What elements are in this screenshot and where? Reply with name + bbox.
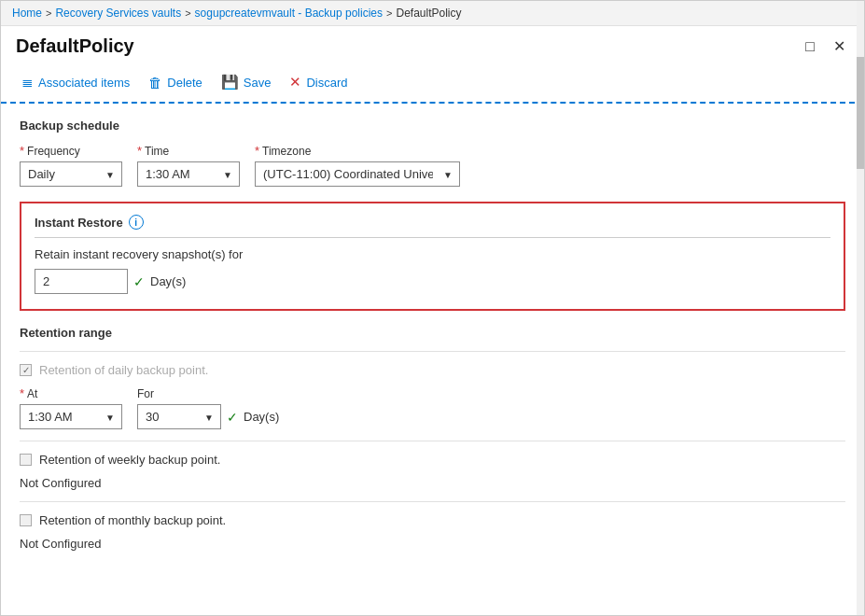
scrollbar-track (857, 1, 864, 615)
breadcrumb-sep2: > (185, 7, 190, 19)
daily-checkbox[interactable]: ✓ (20, 364, 32, 376)
time-label-text: Time (145, 145, 169, 158)
divider-2 (20, 441, 845, 441)
for-input-group: 30 7 14 60 90 ▼ ✓ Day(s) (137, 404, 279, 429)
at-select-wrapper: 1:30 AM ▼ (20, 404, 122, 429)
main-panel: Home > Recovery Services vaults > sogupc… (0, 0, 865, 616)
toolbar: ≣ Associated items 🗑 Delete 💾 Save ✕ Dis… (1, 64, 864, 104)
time-label: * Time (137, 144, 240, 158)
at-label: * At (20, 386, 122, 400)
scrollbar-thumb[interactable] (857, 57, 864, 169)
timezone-required: * (255, 144, 259, 158)
at-for-group: * At 1:30 AM ▼ For (20, 386, 845, 429)
frequency-required: * (20, 144, 24, 158)
monthly-checkbox-row: Retention of monthly backup point. (20, 513, 845, 527)
discard-icon: ✕ (289, 74, 301, 91)
for-days-label: Day(s) (244, 410, 279, 424)
time-select[interactable]: 1:30 AM 12:00 AM 12:30 AM (137, 161, 240, 187)
content-area: Backup schedule * Frequency Daily Weekly… (1, 104, 864, 615)
time-field: * Time 1:30 AM 12:00 AM 12:30 AM ▼ (137, 144, 240, 187)
breadcrumb-sep3: > (386, 7, 392, 19)
discard-button[interactable]: ✕ Discard (284, 70, 353, 94)
frequency-label: * Frequency (20, 144, 122, 158)
frequency-label-text: Frequency (27, 145, 80, 158)
frequency-select-wrapper: Daily Weekly ▼ (20, 161, 122, 187)
for-field: For 30 7 14 60 90 ▼ (137, 387, 279, 429)
associated-items-label: Associated items (38, 76, 130, 90)
weekly-checkbox-label: Retention of weekly backup point. (39, 453, 220, 467)
timezone-field: * Timezone (UTC-11:00) Coordinated Unive… (255, 144, 460, 187)
timezone-label-text: Timezone (262, 145, 311, 158)
at-label-text: At (27, 387, 37, 400)
days-input-group: ✓ Day(s) (35, 269, 830, 294)
associated-items-button[interactable]: ≣ Associated items (16, 70, 135, 94)
retention-range-title: Retention range (20, 326, 845, 340)
delete-button[interactable]: 🗑 Delete (143, 71, 208, 94)
breadcrumb-sep1: > (46, 7, 51, 19)
for-label: For (137, 387, 279, 400)
monthly-checkbox-label: Retention of monthly backup point. (39, 513, 226, 527)
weekly-checkbox-row: Retention of weekly backup point. (20, 453, 845, 467)
weekly-not-configured: Not Configured (20, 476, 845, 490)
instant-restore-info-icon[interactable]: i (129, 215, 144, 230)
delete-icon: 🗑 (148, 75, 162, 91)
save-label: Save (244, 76, 272, 90)
instant-restore-header: Instant Restore i (35, 215, 830, 238)
frequency-select[interactable]: Daily Weekly (20, 161, 122, 187)
discard-label: Discard (306, 76, 347, 90)
divider-1 (20, 351, 845, 352)
days-input[interactable] (35, 269, 128, 294)
at-required: * (20, 386, 24, 400)
frequency-field: * Frequency Daily Weekly ▼ (20, 144, 122, 187)
monthly-not-configured: Not Configured (20, 537, 845, 551)
for-select[interactable]: 30 7 14 60 90 (137, 404, 221, 429)
header-icons: □ ✕ (802, 35, 849, 57)
check-icon: ✓ (133, 274, 145, 289)
breadcrumb: Home > Recovery Services vaults > sogupc… (1, 1, 864, 26)
daily-checkbox-label: Retention of daily backup point. (39, 363, 208, 377)
save-icon: 💾 (221, 74, 239, 91)
days-label: Day(s) (150, 274, 186, 288)
page-title: DefaultPolicy (16, 35, 134, 57)
timezone-select[interactable]: (UTC-11:00) Coordinated Universal ... (255, 161, 460, 187)
breadcrumb-current: DefaultPolicy (396, 7, 461, 20)
monthly-checkbox[interactable] (20, 514, 32, 526)
divider-3 (20, 501, 845, 502)
close-button[interactable]: ✕ (830, 35, 849, 57)
associated-items-icon: ≣ (21, 74, 34, 91)
retain-text: Retain instant recovery snapshot(s) for (35, 247, 830, 261)
timezone-select-wrapper: (UTC-11:00) Coordinated Universal ... ▼ (255, 161, 460, 187)
for-check-icon: ✓ (227, 410, 238, 425)
daily-checkbox-row: ✓ Retention of daily backup point. (20, 363, 845, 377)
at-field: * At 1:30 AM ▼ (20, 386, 122, 429)
maximize-button[interactable]: □ (802, 36, 818, 57)
backup-schedule-title: Backup schedule (20, 119, 845, 133)
time-required: * (137, 144, 142, 158)
for-label-text: For (137, 387, 154, 400)
weekly-checkbox[interactable] (20, 454, 32, 466)
timezone-label: * Timezone (255, 144, 460, 158)
breadcrumb-vaults[interactable]: Recovery Services vaults (55, 7, 181, 20)
time-select-wrapper: 1:30 AM 12:00 AM 12:30 AM ▼ (137, 161, 240, 187)
for-select-wrapper: 30 7 14 60 90 ▼ (137, 404, 221, 429)
breadcrumb-home[interactable]: Home (12, 7, 42, 20)
retention-range-section: Retention range ✓ Retention of daily bac… (20, 326, 845, 551)
breadcrumb-vault-policies[interactable]: sogupcreatevmvault - Backup policies (195, 7, 383, 20)
instant-restore-section: Instant Restore i Retain instant recover… (20, 202, 845, 311)
backup-schedule-fields: * Frequency Daily Weekly ▼ * Time (20, 144, 845, 187)
save-button[interactable]: 💾 Save (216, 70, 277, 94)
header: DefaultPolicy □ ✕ (1, 26, 864, 64)
at-select[interactable]: 1:30 AM (20, 404, 122, 429)
delete-label: Delete (167, 76, 202, 90)
instant-restore-title: Instant Restore (35, 216, 123, 230)
